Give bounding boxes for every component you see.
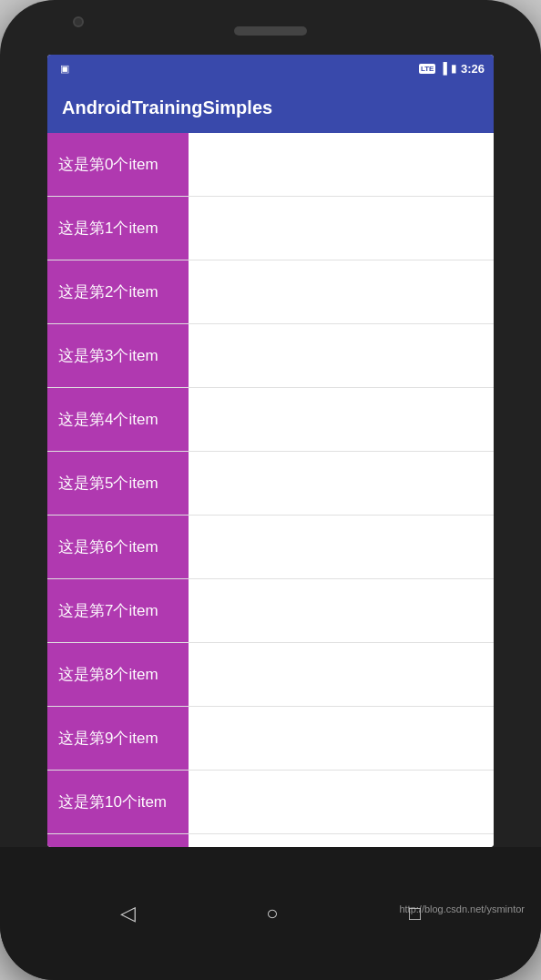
list-item[interactable]: 这是第6个item [47,516,494,579]
status-bar: ▣ LTE ▐ ▮ 3:26 [47,55,494,82]
list-item[interactable]: 这是第10个item [47,771,494,834]
item-right [189,452,494,515]
item-right [189,133,494,196]
item-right [189,260,494,323]
item-label: 这是第5个item [47,452,189,515]
phone-frame: ▣ LTE ▐ ▮ 3:26 AndroidTrainingSimples 这是… [0,0,541,980]
list-item[interactable]: 这是第11个item [47,834,494,847]
phone-top [0,0,541,55]
lte-badge: LTE [419,64,436,74]
item-label: 这是第8个item [47,643,189,706]
list-item[interactable]: 这是第0个item [47,133,494,197]
item-right [189,579,494,642]
status-bar-left: ▣ [56,63,419,75]
list-item[interactable]: 这是第8个item [47,643,494,707]
item-label: 这是第7个item [47,579,189,642]
item-right [189,771,494,833]
notification-icon: ▣ [56,63,69,75]
item-label: 这是第0个item [47,133,189,196]
list-item[interactable]: 这是第7个item [47,579,494,643]
list-item[interactable]: 这是第3个item [47,324,494,388]
item-right [189,516,494,578]
battery-icon: ▮ [451,62,457,75]
item-label: 这是第6个item [47,516,189,578]
home-button[interactable]: ○ [257,893,287,934]
item-right [189,834,494,847]
item-label: 这是第9个item [47,707,189,770]
list-item[interactable]: 这是第9个item [47,707,494,771]
item-right [189,707,494,770]
phone-speaker [234,26,307,36]
app-bar: AndroidTrainingSimples [47,82,494,133]
item-label: 这是第4个item [47,388,189,451]
watermark: http://blog.csdn.net/ysmintor [399,903,525,914]
item-label: 这是第11个item [47,834,189,847]
app-title: AndroidTrainingSimples [62,97,272,118]
item-label: 这是第3个item [47,324,189,387]
item-right [189,388,494,451]
phone-camera [73,16,84,27]
phone-screen: ▣ LTE ▐ ▮ 3:26 AndroidTrainingSimples 这是… [47,55,494,847]
list-container[interactable]: 这是第0个item这是第1个item这是第2个item这是第3个item这是第4… [47,133,494,847]
list-item[interactable]: 这是第2个item [47,260,494,324]
signal-icon: ▐ [439,62,447,75]
list-item[interactable]: 这是第1个item [47,197,494,260]
item-right [189,197,494,260]
list-item[interactable]: 这是第5个item [47,452,494,516]
list-item[interactable]: 这是第4个item [47,388,494,452]
item-right [189,324,494,387]
item-label: 这是第2个item [47,260,189,323]
time-display: 3:26 [461,62,485,76]
item-label: 这是第10个item [47,771,189,833]
item-right [189,643,494,706]
item-label: 这是第1个item [47,197,189,260]
back-button[interactable]: ◁ [111,893,145,934]
status-icons: LTE ▐ ▮ 3:26 [419,62,485,76]
